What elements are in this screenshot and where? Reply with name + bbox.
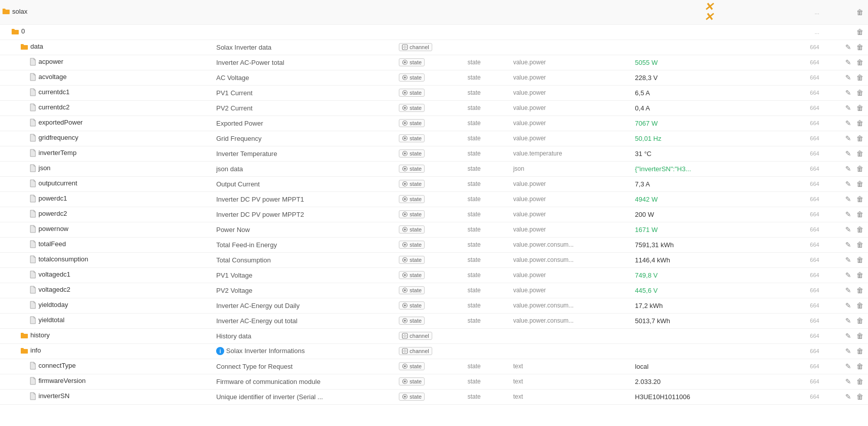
node-name[interactable]: powernow <box>38 225 68 233</box>
delete-button[interactable]: 🗑 <box>855 179 865 189</box>
delete-button[interactable]: 🗑 <box>855 316 865 326</box>
node-name[interactable]: totalconsumption <box>38 255 88 263</box>
node-name[interactable]: outputcurrent <box>38 179 77 187</box>
node-name[interactable]: currentdc2 <box>38 103 69 111</box>
edit-button[interactable]: ✎ <box>844 392 853 402</box>
table-row: inverterSN Unique identifier of inverter… <box>0 389 868 404</box>
edit-button[interactable]: ✎ <box>844 103 853 113</box>
delete-button[interactable]: 🗑 <box>855 133 865 143</box>
edit-button[interactable]: ✎ <box>844 361 853 371</box>
edit-button[interactable]: ✎ <box>844 346 853 356</box>
node-name[interactable]: totalFeed <box>38 240 66 248</box>
edit-button[interactable]: ✎ <box>844 164 853 174</box>
delete-button[interactable]: 🗑 <box>855 300 865 311</box>
badge-cell: channel <box>396 40 464 55</box>
node-name[interactable]: connectType <box>38 362 76 369</box>
edit-button[interactable]: ✎ <box>844 133 853 143</box>
node-name[interactable]: firmwareVersion <box>38 377 86 384</box>
node-name[interactable]: voltagedc2 <box>38 286 70 293</box>
delete-button[interactable]: 🗑 <box>855 164 865 174</box>
node-name[interactable]: powerdc2 <box>38 210 67 217</box>
edit-button[interactable]: ✎ <box>844 179 853 189</box>
delete-button[interactable]: 🗑 <box>855 7 865 17</box>
delete-button[interactable]: 🗑 <box>855 88 865 98</box>
edit-button[interactable]: ✎ <box>844 42 853 52</box>
node-name[interactable]: voltagedc1 <box>38 270 70 278</box>
node-name[interactable]: powerdc1 <box>38 195 67 202</box>
svg-point-40 <box>404 365 406 367</box>
node-name[interactable]: exportedPower <box>38 119 82 126</box>
state-badge: state <box>399 362 425 370</box>
edit-button[interactable]: ✎ <box>844 285 853 295</box>
node-name[interactable]: inverterSN <box>38 392 69 400</box>
badge-cell: channel <box>396 343 464 359</box>
role-cell: value.power.consum... <box>510 252 632 267</box>
role-cell: text <box>510 389 632 404</box>
edit-button[interactable]: ✎ <box>844 300 853 311</box>
edit-button[interactable]: ✎ <box>844 224 853 235</box>
name-cell: inverterSN <box>0 389 213 404</box>
delete-button[interactable]: 🗑 <box>855 255 865 265</box>
edit-button[interactable]: ✎ <box>844 209 853 219</box>
delete-button[interactable]: 🗑 <box>855 42 865 52</box>
node-name[interactable]: data <box>30 43 43 50</box>
delete-button[interactable]: 🗑 <box>855 361 865 371</box>
node-name[interactable]: inverterTemp <box>38 149 76 157</box>
edit-button[interactable]: ✎ <box>844 240 853 250</box>
solax-logo-bottom: ✕ <box>704 12 712 22</box>
delete-button[interactable]: 🗑 <box>855 285 865 295</box>
desc-cell: AC Voltage <box>213 70 396 85</box>
delete-button[interactable]: 🗑 <box>855 270 865 280</box>
edit-button[interactable]: ✎ <box>844 316 853 326</box>
node-name[interactable]: solax <box>12 8 27 15</box>
value-cell: 7591,31 kWh <box>632 237 784 252</box>
node-name[interactable]: currentdc1 <box>38 88 69 96</box>
delete-button[interactable]: 🗑 <box>855 376 865 386</box>
edit-button[interactable]: ✎ <box>844 194 853 204</box>
type-cell <box>465 40 510 55</box>
edit-button[interactable]: ✎ <box>844 270 853 280</box>
delete-button[interactable]: 🗑 <box>855 240 865 250</box>
delete-button[interactable]: 🗑 <box>855 118 865 128</box>
edit-button[interactable]: ✎ <box>844 118 853 128</box>
desc-text: Inverter AC-Power total <box>216 59 284 66</box>
id-cell: 664 <box>784 389 822 404</box>
delete-button[interactable]: 🗑 <box>855 346 865 356</box>
edit-button[interactable]: ✎ <box>844 376 853 386</box>
delete-button[interactable]: 🗑 <box>855 57 865 67</box>
state-badge: state <box>399 73 425 82</box>
delete-button[interactable]: 🗑 <box>855 224 865 235</box>
name-cell: data <box>0 40 213 55</box>
svg-rect-0 <box>402 45 407 50</box>
delete-button[interactable]: 🗑 <box>855 392 865 402</box>
id-cell: 664 <box>784 359 822 374</box>
delete-button[interactable]: 🗑 <box>855 148 865 159</box>
delete-button[interactable]: 🗑 <box>855 103 865 113</box>
id-cell: 664 <box>784 222 822 237</box>
node-name[interactable]: info <box>30 346 41 354</box>
delete-button[interactable]: 🗑 <box>855 194 865 204</box>
node-name[interactable]: history <box>30 331 50 339</box>
file-icon: powernow <box>29 225 68 233</box>
node-name[interactable]: acpower <box>38 58 63 65</box>
edit-button[interactable]: ✎ <box>844 331 853 341</box>
edit-button[interactable]: ✎ <box>844 148 853 159</box>
node-name[interactable]: acvoltage <box>38 73 67 81</box>
node-name[interactable]: gridfrequency <box>38 134 78 141</box>
edit-button[interactable]: ✎ <box>844 255 853 265</box>
name-cell: gridfrequency <box>0 131 213 146</box>
badge-cell: state <box>396 70 464 85</box>
edit-button[interactable]: ✎ <box>844 57 853 67</box>
edit-button[interactable]: ✎ <box>844 88 853 98</box>
node-name[interactable]: 0 <box>21 27 25 35</box>
role-cell: value.temperature <box>510 146 632 161</box>
node-name[interactable]: json <box>38 164 51 172</box>
delete-button[interactable]: 🗑 <box>855 331 865 341</box>
edit-button[interactable]: ✎ <box>844 72 853 83</box>
actions-cell: ✎ 🗑 <box>822 100 868 115</box>
delete-button[interactable]: 🗑 <box>855 209 865 219</box>
delete-button[interactable]: 🗑 <box>855 72 865 83</box>
node-name[interactable]: yieldtoday <box>38 301 68 308</box>
delete-button[interactable]: 🗑 <box>855 27 865 37</box>
node-name[interactable]: yieldtotal <box>38 316 64 324</box>
